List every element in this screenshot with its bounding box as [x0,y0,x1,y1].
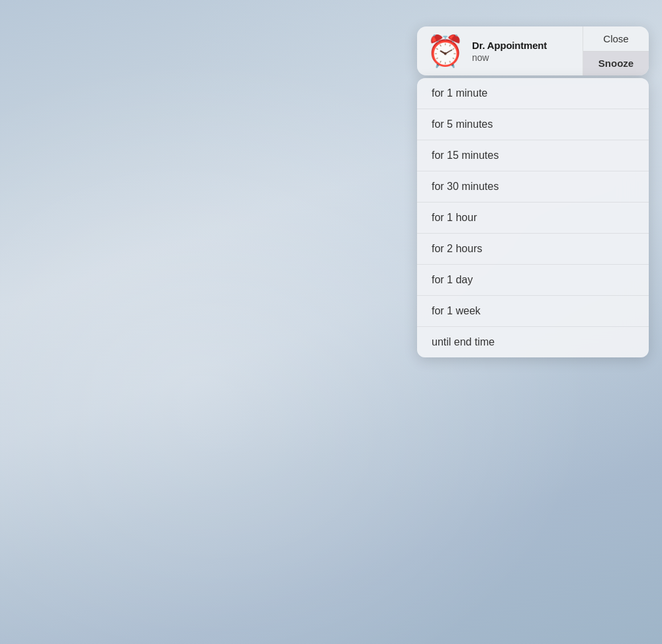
notification-card: ⏰ Dr. Appointment now Close Snooze [417,26,649,75]
snooze-option-5min[interactable]: for 5 minutes [417,109,649,140]
snooze-option-30min[interactable]: for 30 minutes [417,171,649,203]
snooze-option-1min[interactable]: for 1 minute [417,78,649,109]
snooze-option-2hours[interactable]: for 2 hours [417,234,649,265]
notification-content: ⏰ Dr. Appointment now [417,26,583,75]
snooze-dropdown: for 1 minutefor 5 minutesfor 15 minutesf… [417,78,649,357]
alarm-clock-icon: ⏰ [426,36,464,66]
snooze-option-endtime[interactable]: until end time [417,327,649,357]
snooze-option-1hour[interactable]: for 1 hour [417,203,649,234]
snooze-option-15min[interactable]: for 15 minutes [417,140,649,171]
notification-actions: Close Snooze [583,26,649,75]
notification-subtitle: now [472,52,573,63]
notification-ui: ⏰ Dr. Appointment now Close Snooze for 1… [417,26,649,357]
close-button[interactable]: Close [583,26,649,52]
snooze-option-1day[interactable]: for 1 day [417,265,649,296]
snooze-option-1week[interactable]: for 1 week [417,296,649,327]
snooze-button[interactable]: Snooze [583,52,649,76]
notification-text-block: Dr. Appointment now [472,40,573,63]
notification-title: Dr. Appointment [472,40,573,51]
